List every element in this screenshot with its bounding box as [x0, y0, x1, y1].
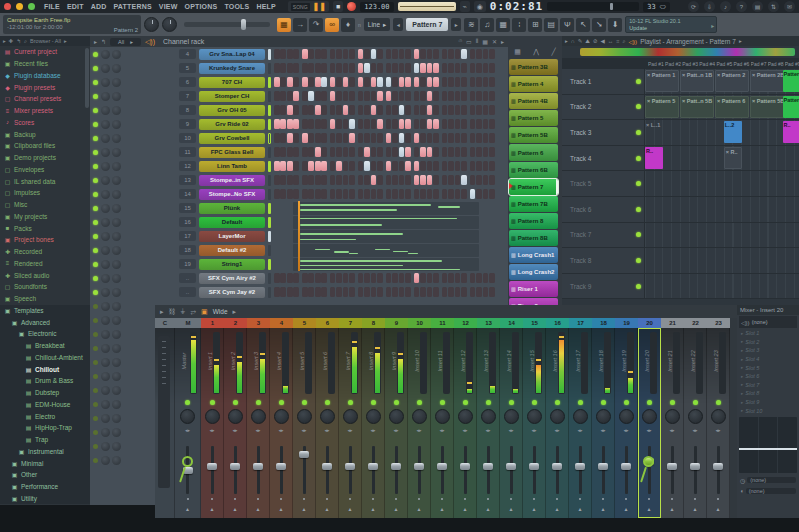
step-cell[interactable]: [420, 147, 426, 158]
route-arrow-icon[interactable]: ▲: [431, 506, 453, 512]
step-cell[interactable]: [483, 287, 489, 298]
step-cell[interactable]: [433, 77, 439, 88]
piano-roll-preview[interactable]: [293, 216, 479, 229]
channel-pan-knob[interactable]: [101, 204, 110, 213]
step-cell[interactable]: [343, 49, 349, 60]
strip-led[interactable]: [394, 400, 399, 405]
mixer-strip-7[interactable]: 7Insert 7◂▸▲: [339, 318, 362, 518]
strip-pan-knob[interactable]: [573, 409, 588, 424]
browser-item-clipboard-files[interactable]: ▣Clipboard files: [0, 140, 90, 152]
step-cell[interactable]: [287, 105, 293, 116]
channel-mute-led[interactable]: [93, 192, 98, 197]
step-cell[interactable]: [433, 273, 439, 284]
channel-volume-knob[interactable]: [112, 246, 121, 255]
stereo-sep-icons[interactable]: ◂▸: [477, 427, 499, 433]
step-cell[interactable]: [414, 77, 420, 88]
browser-item-recorded[interactable]: ✚Recorded: [0, 246, 90, 258]
channel-mute-led[interactable]: [93, 262, 98, 267]
step-cell[interactable]: [302, 77, 308, 88]
strip-pan-knob[interactable]: [550, 409, 565, 424]
clip-pattern-3[interactable]: Pattern 3: [783, 70, 799, 92]
clip--pattern-5[interactable]: × Pattern 5: [645, 96, 679, 118]
step-cell[interactable]: [315, 287, 321, 298]
step-cell[interactable]: [392, 147, 398, 158]
channel-mute-led[interactable]: [93, 374, 98, 379]
step-cell[interactable]: [308, 273, 314, 284]
fader-handle[interactable]: [391, 463, 401, 470]
step-cell[interactable]: [392, 49, 398, 60]
step-cell[interactable]: [371, 161, 377, 172]
fader-handle[interactable]: [506, 463, 516, 470]
route-arrow-icon[interactable]: ▲: [270, 506, 292, 512]
clip--l-1[interactable]: × L..1: [645, 121, 665, 143]
pattern-item-pattern-4b[interactable]: ▥Pattern 4B: [509, 93, 558, 109]
browser-header[interactable]: ▸ ✚ ↰ ⌕ Browser - All ▸: [0, 36, 90, 46]
step-cell[interactable]: [442, 133, 448, 144]
fader-handle[interactable]: [230, 463, 240, 470]
step-cell[interactable]: [287, 147, 293, 158]
fader-track[interactable]: [395, 446, 398, 494]
strip-pan-knob[interactable]: [180, 409, 195, 424]
step-cell[interactable]: [414, 133, 420, 144]
step-cell[interactable]: [470, 105, 476, 116]
strip-pan-knob[interactable]: [642, 409, 657, 424]
step-cell[interactable]: [392, 273, 398, 284]
slip-icon[interactable]: ↔: [608, 38, 614, 44]
browser-item-speech[interactable]: ▣Speech: [0, 293, 90, 305]
stereo-sep-icons[interactable]: ◂▸: [569, 427, 591, 433]
pattern-item-pattern-6b[interactable]: ▥Pattern 6B: [509, 162, 558, 178]
browser-item-backup[interactable]: ▣Backup: [0, 128, 90, 140]
strip-led[interactable]: [647, 400, 652, 405]
strip-pan-knob[interactable]: [527, 409, 542, 424]
zoom-window-button[interactable]: [28, 3, 35, 10]
step-cell[interactable]: [420, 175, 426, 186]
channel-button[interactable]: SFX Cym Jay #2: [199, 287, 265, 298]
step-cell[interactable]: [386, 133, 392, 144]
menu-add[interactable]: ADD: [91, 3, 107, 10]
step-cell[interactable]: [386, 91, 392, 102]
step-cell[interactable]: [308, 77, 314, 88]
track-led[interactable]: [636, 284, 641, 289]
step-cell[interactable]: [399, 49, 405, 60]
fader-handle[interactable]: [253, 463, 263, 470]
step-cell[interactable]: [321, 133, 327, 144]
step-cell[interactable]: [489, 273, 495, 284]
step-cell[interactable]: [448, 105, 454, 116]
fader-track[interactable]: [349, 446, 352, 494]
step-cell[interactable]: [476, 189, 482, 200]
fader-track[interactable]: [625, 446, 628, 494]
step-cell[interactable]: [489, 119, 495, 130]
render-button[interactable]: ⬇: [608, 18, 622, 32]
channel-volume-knob[interactable]: [112, 358, 121, 367]
browser-item-soundfonts[interactable]: ▢Soundfonts: [0, 281, 90, 293]
pattern-item-long-crash1[interactable]: ▥Long Crash1: [509, 247, 558, 263]
stereo-sep-icons[interactable]: ◂▸: [201, 427, 223, 433]
strip-pan-knob[interactable]: [274, 409, 289, 424]
export-button[interactable]: ➘: [592, 18, 606, 32]
step-cell[interactable]: [336, 119, 342, 130]
step-cell[interactable]: [420, 133, 426, 144]
zoom-icon[interactable]: ⌕: [622, 38, 625, 45]
stereo-sep-icons[interactable]: ◂▸: [523, 427, 545, 433]
channel-volume-knob[interactable]: [112, 106, 121, 115]
track-lane[interactable]: × Pattern 1× Patt..n 1B× Pattern 2× Patt…: [645, 69, 799, 94]
step-cell[interactable]: [461, 287, 467, 298]
pattern-selector[interactable]: Pattern 7: [406, 18, 448, 31]
step-cell[interactable]: [405, 287, 411, 298]
step-cell[interactable]: [405, 175, 411, 186]
fader-handle[interactable]: [299, 451, 309, 458]
strip-led[interactable]: [716, 400, 721, 405]
step-cell[interactable]: [377, 147, 383, 158]
effect-slot-slot-1[interactable]: ▸Slot 1: [737, 329, 799, 338]
fader-handle[interactable]: [552, 463, 562, 470]
channel-pan-knob[interactable]: [101, 456, 110, 465]
channel-button[interactable]: Linn Tamb: [199, 161, 265, 172]
track-led[interactable]: [636, 156, 641, 161]
step-cell[interactable]: [358, 91, 364, 102]
mixer-strip-21[interactable]: 21Insert 21◂▸▲: [661, 318, 684, 518]
step-cell[interactable]: [336, 77, 342, 88]
clip-r-[interactable]: R..: [783, 121, 799, 143]
step-cell[interactable]: [461, 147, 467, 158]
mixer-strip-c[interactable]: C: [155, 318, 175, 518]
step-cell[interactable]: [330, 49, 336, 60]
